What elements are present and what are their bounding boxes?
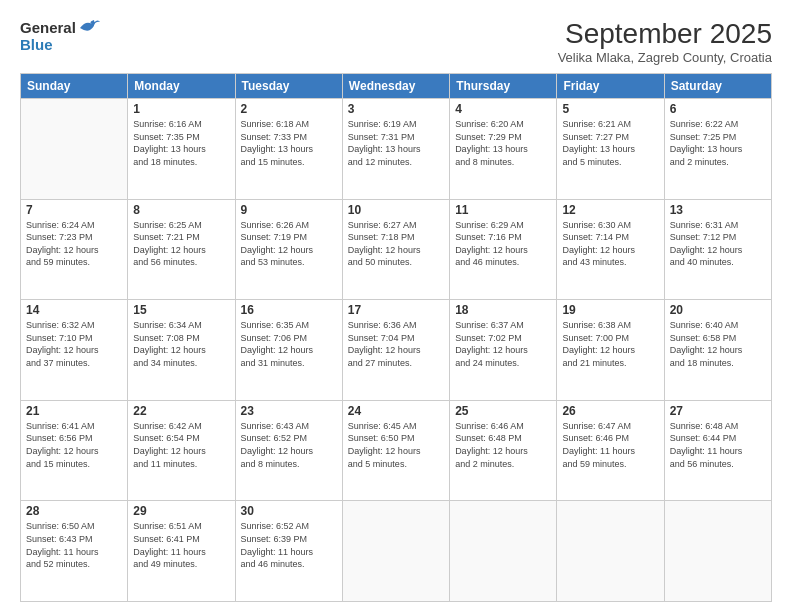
day-number: 22 xyxy=(133,404,229,418)
day-info: Sunrise: 6:29 AM Sunset: 7:16 PM Dayligh… xyxy=(455,219,551,269)
logo-bird-icon xyxy=(78,18,100,36)
calendar-page: General Blue September 2025 Velika Mlaka… xyxy=(0,0,792,612)
table-row: 23Sunrise: 6:43 AM Sunset: 6:52 PM Dayli… xyxy=(235,400,342,501)
day-number: 17 xyxy=(348,303,444,317)
day-info: Sunrise: 6:26 AM Sunset: 7:19 PM Dayligh… xyxy=(241,219,337,269)
day-info: Sunrise: 6:36 AM Sunset: 7:04 PM Dayligh… xyxy=(348,319,444,369)
month-title: September 2025 xyxy=(558,18,772,50)
day-info: Sunrise: 6:48 AM Sunset: 6:44 PM Dayligh… xyxy=(670,420,766,470)
day-info: Sunrise: 6:20 AM Sunset: 7:29 PM Dayligh… xyxy=(455,118,551,168)
day-number: 30 xyxy=(241,504,337,518)
header-monday: Monday xyxy=(128,74,235,99)
day-info: Sunrise: 6:38 AM Sunset: 7:00 PM Dayligh… xyxy=(562,319,658,369)
day-number: 3 xyxy=(348,102,444,116)
day-number: 2 xyxy=(241,102,337,116)
table-row: 8Sunrise: 6:25 AM Sunset: 7:21 PM Daylig… xyxy=(128,199,235,300)
day-number: 27 xyxy=(670,404,766,418)
title-section: September 2025 Velika Mlaka, Zagreb Coun… xyxy=(558,18,772,65)
day-number: 14 xyxy=(26,303,122,317)
table-row: 3Sunrise: 6:19 AM Sunset: 7:31 PM Daylig… xyxy=(342,99,449,200)
table-row: 15Sunrise: 6:34 AM Sunset: 7:08 PM Dayli… xyxy=(128,300,235,401)
day-number: 12 xyxy=(562,203,658,217)
header: General Blue September 2025 Velika Mlaka… xyxy=(20,18,772,65)
day-info: Sunrise: 6:22 AM Sunset: 7:25 PM Dayligh… xyxy=(670,118,766,168)
day-number: 28 xyxy=(26,504,122,518)
table-row: 6Sunrise: 6:22 AM Sunset: 7:25 PM Daylig… xyxy=(664,99,771,200)
day-info: Sunrise: 6:43 AM Sunset: 6:52 PM Dayligh… xyxy=(241,420,337,470)
logo-general-text: General xyxy=(20,19,76,36)
day-number: 18 xyxy=(455,303,551,317)
day-number: 21 xyxy=(26,404,122,418)
table-row: 20Sunrise: 6:40 AM Sunset: 6:58 PM Dayli… xyxy=(664,300,771,401)
day-number: 9 xyxy=(241,203,337,217)
day-number: 7 xyxy=(26,203,122,217)
day-number: 15 xyxy=(133,303,229,317)
day-number: 29 xyxy=(133,504,229,518)
day-number: 5 xyxy=(562,102,658,116)
header-wednesday: Wednesday xyxy=(342,74,449,99)
day-number: 19 xyxy=(562,303,658,317)
table-row: 29Sunrise: 6:51 AM Sunset: 6:41 PM Dayli… xyxy=(128,501,235,602)
table-row: 10Sunrise: 6:27 AM Sunset: 7:18 PM Dayli… xyxy=(342,199,449,300)
table-row xyxy=(557,501,664,602)
day-number: 4 xyxy=(455,102,551,116)
table-row: 30Sunrise: 6:52 AM Sunset: 6:39 PM Dayli… xyxy=(235,501,342,602)
table-row xyxy=(450,501,557,602)
day-number: 11 xyxy=(455,203,551,217)
calendar-week-row: 1Sunrise: 6:16 AM Sunset: 7:35 PM Daylig… xyxy=(21,99,772,200)
day-info: Sunrise: 6:24 AM Sunset: 7:23 PM Dayligh… xyxy=(26,219,122,269)
calendar-week-row: 7Sunrise: 6:24 AM Sunset: 7:23 PM Daylig… xyxy=(21,199,772,300)
table-row xyxy=(342,501,449,602)
header-tuesday: Tuesday xyxy=(235,74,342,99)
table-row: 1Sunrise: 6:16 AM Sunset: 7:35 PM Daylig… xyxy=(128,99,235,200)
day-info: Sunrise: 6:25 AM Sunset: 7:21 PM Dayligh… xyxy=(133,219,229,269)
header-sunday: Sunday xyxy=(21,74,128,99)
day-info: Sunrise: 6:46 AM Sunset: 6:48 PM Dayligh… xyxy=(455,420,551,470)
day-info: Sunrise: 6:37 AM Sunset: 7:02 PM Dayligh… xyxy=(455,319,551,369)
table-row: 5Sunrise: 6:21 AM Sunset: 7:27 PM Daylig… xyxy=(557,99,664,200)
logo: General Blue xyxy=(20,18,100,53)
logo-blue-text: Blue xyxy=(20,36,100,53)
day-info: Sunrise: 6:21 AM Sunset: 7:27 PM Dayligh… xyxy=(562,118,658,168)
day-number: 10 xyxy=(348,203,444,217)
day-info: Sunrise: 6:31 AM Sunset: 7:12 PM Dayligh… xyxy=(670,219,766,269)
header-thursday: Thursday xyxy=(450,74,557,99)
day-info: Sunrise: 6:45 AM Sunset: 6:50 PM Dayligh… xyxy=(348,420,444,470)
day-info: Sunrise: 6:16 AM Sunset: 7:35 PM Dayligh… xyxy=(133,118,229,168)
day-number: 1 xyxy=(133,102,229,116)
header-saturday: Saturday xyxy=(664,74,771,99)
calendar-week-row: 21Sunrise: 6:41 AM Sunset: 6:56 PM Dayli… xyxy=(21,400,772,501)
table-row: 19Sunrise: 6:38 AM Sunset: 7:00 PM Dayli… xyxy=(557,300,664,401)
day-info: Sunrise: 6:40 AM Sunset: 6:58 PM Dayligh… xyxy=(670,319,766,369)
day-info: Sunrise: 6:51 AM Sunset: 6:41 PM Dayligh… xyxy=(133,520,229,570)
day-number: 8 xyxy=(133,203,229,217)
header-friday: Friday xyxy=(557,74,664,99)
table-row: 7Sunrise: 6:24 AM Sunset: 7:23 PM Daylig… xyxy=(21,199,128,300)
table-row xyxy=(21,99,128,200)
calendar-table: Sunday Monday Tuesday Wednesday Thursday… xyxy=(20,73,772,602)
day-number: 16 xyxy=(241,303,337,317)
table-row: 16Sunrise: 6:35 AM Sunset: 7:06 PM Dayli… xyxy=(235,300,342,401)
day-info: Sunrise: 6:19 AM Sunset: 7:31 PM Dayligh… xyxy=(348,118,444,168)
table-row: 13Sunrise: 6:31 AM Sunset: 7:12 PM Dayli… xyxy=(664,199,771,300)
calendar-week-row: 14Sunrise: 6:32 AM Sunset: 7:10 PM Dayli… xyxy=(21,300,772,401)
table-row: 22Sunrise: 6:42 AM Sunset: 6:54 PM Dayli… xyxy=(128,400,235,501)
day-info: Sunrise: 6:18 AM Sunset: 7:33 PM Dayligh… xyxy=(241,118,337,168)
day-info: Sunrise: 6:27 AM Sunset: 7:18 PM Dayligh… xyxy=(348,219,444,269)
subtitle: Velika Mlaka, Zagreb County, Croatia xyxy=(558,50,772,65)
weekday-header-row: Sunday Monday Tuesday Wednesday Thursday… xyxy=(21,74,772,99)
table-row: 2Sunrise: 6:18 AM Sunset: 7:33 PM Daylig… xyxy=(235,99,342,200)
day-info: Sunrise: 6:47 AM Sunset: 6:46 PM Dayligh… xyxy=(562,420,658,470)
table-row: 24Sunrise: 6:45 AM Sunset: 6:50 PM Dayli… xyxy=(342,400,449,501)
table-row: 18Sunrise: 6:37 AM Sunset: 7:02 PM Dayli… xyxy=(450,300,557,401)
table-row: 14Sunrise: 6:32 AM Sunset: 7:10 PM Dayli… xyxy=(21,300,128,401)
day-number: 25 xyxy=(455,404,551,418)
calendar-week-row: 28Sunrise: 6:50 AM Sunset: 6:43 PM Dayli… xyxy=(21,501,772,602)
day-number: 24 xyxy=(348,404,444,418)
day-info: Sunrise: 6:42 AM Sunset: 6:54 PM Dayligh… xyxy=(133,420,229,470)
day-info: Sunrise: 6:32 AM Sunset: 7:10 PM Dayligh… xyxy=(26,319,122,369)
day-info: Sunrise: 6:41 AM Sunset: 6:56 PM Dayligh… xyxy=(26,420,122,470)
table-row: 25Sunrise: 6:46 AM Sunset: 6:48 PM Dayli… xyxy=(450,400,557,501)
table-row: 11Sunrise: 6:29 AM Sunset: 7:16 PM Dayli… xyxy=(450,199,557,300)
day-info: Sunrise: 6:52 AM Sunset: 6:39 PM Dayligh… xyxy=(241,520,337,570)
